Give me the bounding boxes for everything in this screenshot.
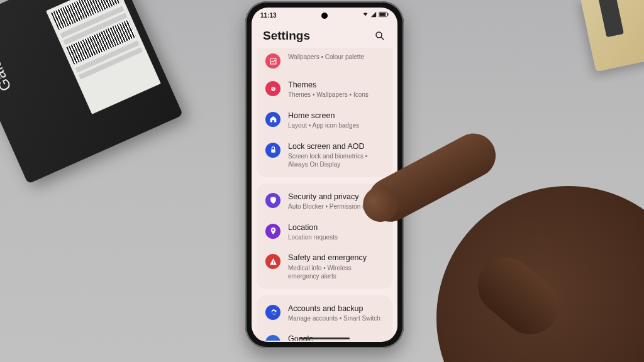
item-text: Home screenLayout • App icon badges: [288, 111, 384, 130]
svg-rect-2: [387, 13, 388, 16]
item-text: ThemesThemes • Wallpapers • Icons: [288, 80, 384, 99]
settings-group: Wallpapers • Colour paletteThemesThemes …: [257, 48, 392, 177]
camera-hole: [321, 13, 328, 19]
item-text: Safety and emergencyMedical info • Wirel…: [288, 253, 384, 280]
svg-point-8: [273, 89, 274, 90]
svg-rect-12: [272, 263, 273, 264]
signal-icon: [370, 11, 377, 19]
status-time: 11:13: [260, 12, 277, 19]
item-text: Wallpapers • Colour palette: [288, 52, 384, 62]
wallpaper-icon: [265, 53, 280, 69]
product-box-label: Galaxy S25 Ultra: [0, 0, 15, 94]
svg-rect-11: [272, 261, 273, 263]
settings-item[interactable]: Accounts and backupManage accounts • Sma…: [257, 298, 392, 329]
svg-point-5: [271, 87, 275, 91]
pin-icon: [265, 224, 280, 239]
settings-item[interactable]: Lock screen and AODScreen lock and biome…: [257, 136, 392, 175]
themes-icon: [265, 81, 280, 96]
item-title: Security and privacy: [288, 192, 384, 202]
svg-line-4: [381, 37, 384, 40]
item-subtitle: Themes • Wallpapers • Icons: [288, 90, 384, 99]
shield-icon: [265, 193, 280, 208]
phone-frame: 11:13 Settings Wallpapers • Colour palet…: [245, 1, 404, 348]
item-text: Lock screen and AODScreen lock and biome…: [288, 141, 384, 169]
item-text: LocationLocation requests: [288, 222, 384, 242]
lock-icon: [265, 143, 280, 158]
item-title: Home screen: [288, 111, 384, 121]
wifi-icon: [362, 11, 369, 19]
red-object: [609, 337, 644, 362]
item-title: Location: [288, 222, 384, 233]
home-icon: [265, 112, 280, 127]
settings-group: Security and privacyAuto Blocker • Permi…: [257, 184, 392, 289]
item-title: Themes: [288, 80, 384, 90]
gesture-handle[interactable]: [299, 337, 350, 339]
status-icons: [362, 11, 389, 19]
settings-header: Settings: [252, 23, 397, 48]
battery-icon: [379, 11, 389, 19]
item-title: Lock screen and AOD: [288, 141, 384, 151]
page-title: Settings: [263, 29, 310, 43]
item-text: Accounts and backupManage accounts • Sma…: [288, 304, 384, 323]
google-icon: G: [265, 335, 280, 341]
item-subtitle: Wallpapers • Colour palette: [288, 53, 384, 62]
hinge-icon: [598, 0, 624, 37]
item-text: Security and privacyAuto Blocker • Permi…: [288, 192, 384, 211]
item-title: Safety and emergency: [288, 253, 384, 263]
alert-icon: [265, 254, 280, 269]
phone-screen: 11:13 Settings Wallpapers • Colour palet…: [252, 8, 397, 342]
search-button[interactable]: [374, 30, 386, 42]
svg-point-3: [376, 32, 382, 38]
search-icon: [374, 30, 386, 41]
settings-item[interactable]: Safety and emergencyMedical info • Wirel…: [257, 247, 392, 286]
item-subtitle: Location requests: [288, 233, 384, 242]
svg-point-6: [272, 87, 273, 89]
settings-item[interactable]: Wallpapers • Colour palette: [257, 48, 392, 74]
settings-item[interactable]: LocationLocation requests: [257, 217, 392, 248]
settings-item[interactable]: Security and privacyAuto Blocker • Permi…: [257, 186, 392, 217]
settings-item[interactable]: ThemesThemes • Wallpapers • Icons: [257, 74, 392, 105]
sync-icon: [265, 305, 280, 320]
item-title: Accounts and backup: [288, 304, 384, 314]
svg-point-7: [273, 87, 274, 89]
svg-rect-1: [379, 13, 386, 16]
item-subtitle: Manage accounts • Smart Switch: [288, 314, 384, 323]
svg-rect-9: [271, 149, 275, 152]
item-subtitle: Screen lock and biometrics • Always On D…: [288, 152, 384, 169]
item-subtitle: Layout • App icon badges: [288, 121, 384, 130]
item-subtitle: Auto Blocker • Permission usage: [288, 202, 384, 211]
settings-item[interactable]: Home screenLayout • App icon badges: [257, 105, 392, 136]
settings-list[interactable]: Wallpapers • Colour paletteThemesThemes …: [252, 48, 397, 341]
svg-point-10: [272, 229, 274, 231]
svg-text:G: G: [271, 340, 275, 341]
item-subtitle: Medical info • Wireless emergency alerts: [288, 264, 384, 281]
settings-group: Accounts and backupManage accounts • Sma…: [257, 295, 392, 341]
